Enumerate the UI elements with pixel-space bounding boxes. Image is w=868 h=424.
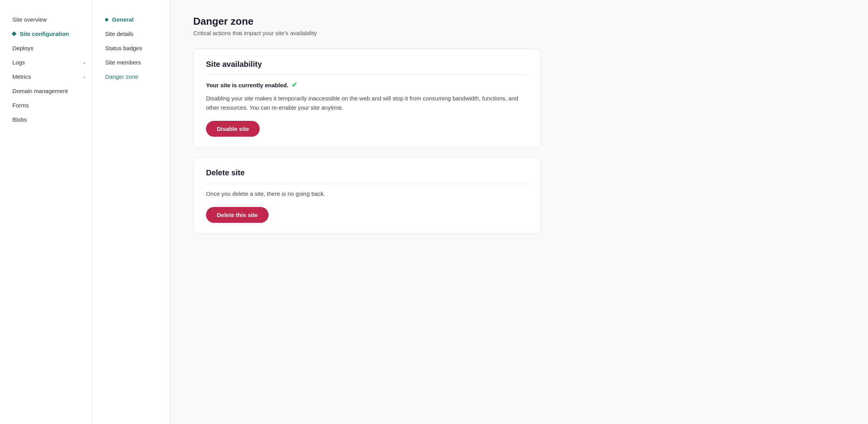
- delete-this-site-button[interactable]: Delete this site: [206, 207, 269, 223]
- sidebar-item-label: Blobs: [12, 115, 27, 124]
- sub-sidebar-item-site-members[interactable]: Site members: [105, 55, 170, 70]
- delete-site-card: Delete site Once you delete a site, ther…: [193, 157, 541, 234]
- sidebar-item-label: Site configuration: [20, 30, 69, 38]
- sub-sidebar-item-label: General: [112, 15, 134, 24]
- sub-sidebar-item-site-details[interactable]: Site details: [105, 27, 170, 41]
- sidebar-item-blobs[interactable]: Blobs: [12, 112, 92, 127]
- site-status-text: Your site is currently enabled. ✔: [206, 81, 528, 89]
- page-subtitle: Critical actions that impact your site's…: [193, 30, 845, 36]
- sidebar-item-label: Forms: [12, 101, 29, 109]
- site-availability-card-title: Site availability: [206, 60, 528, 75]
- sidebar-item-forms[interactable]: Forms: [12, 98, 92, 112]
- sidebar-item-domain-management[interactable]: Domain management: [12, 84, 92, 98]
- chevron-down-icon: ⌄: [82, 73, 86, 80]
- chevron-down-icon: ⌄: [82, 59, 86, 66]
- site-availability-card-body: Your site is currently enabled. ✔ Disabl…: [206, 81, 528, 137]
- sub-sidebar-item-danger-zone[interactable]: Danger zone: [105, 70, 170, 84]
- diamond-icon: [12, 31, 17, 36]
- sidebar-item-metrics[interactable]: Metrics ⌄: [12, 70, 92, 84]
- site-availability-description: Disabling your site makes it temporarily…: [206, 94, 528, 112]
- sub-sidebar-item-general[interactable]: General: [105, 12, 170, 27]
- sidebar-item-site-overview[interactable]: Site overview: [12, 12, 92, 27]
- check-icon: ✔: [291, 81, 297, 89]
- active-dot-icon: [105, 18, 108, 21]
- sub-sidebar-item-label: Status badges: [105, 44, 142, 52]
- delete-site-card-body: Once you delete a site, there is no goin…: [206, 189, 528, 223]
- sidebar-item-logs[interactable]: Logs ⌄: [12, 55, 92, 70]
- sub-sidebar: General Site details Status badges Site …: [93, 0, 170, 424]
- sub-sidebar-item-label: Danger zone: [105, 73, 138, 81]
- sidebar-item-label: Metrics: [12, 73, 31, 81]
- sub-sidebar-item-label: Site details: [105, 30, 133, 38]
- main-content: Danger zone Critical actions that impact…: [170, 0, 868, 424]
- sidebar: Site overview Site configuration Deploys…: [0, 0, 93, 424]
- sub-sidebar-item-status-badges[interactable]: Status badges: [105, 41, 170, 55]
- sidebar-item-deploys[interactable]: Deploys: [12, 41, 92, 55]
- delete-site-description: Once you delete a site, there is no goin…: [206, 189, 528, 198]
- sidebar-item-label: Domain management: [12, 87, 68, 95]
- sidebar-item-site-configuration[interactable]: Site configuration: [12, 27, 92, 41]
- app-layout: Site overview Site configuration Deploys…: [0, 0, 868, 424]
- site-availability-card: Site availability Your site is currently…: [193, 49, 541, 148]
- sub-sidebar-item-label: Site members: [105, 58, 141, 66]
- delete-site-card-title: Delete site: [206, 168, 528, 183]
- sidebar-item-label: Logs: [12, 58, 25, 66]
- disable-site-button[interactable]: Disable site: [206, 121, 260, 137]
- page-title: Danger zone: [193, 15, 845, 27]
- sidebar-item-label: Site overview: [12, 15, 47, 24]
- sidebar-item-label: Deploys: [12, 44, 33, 52]
- site-status-label: Your site is currently enabled.: [206, 82, 288, 88]
